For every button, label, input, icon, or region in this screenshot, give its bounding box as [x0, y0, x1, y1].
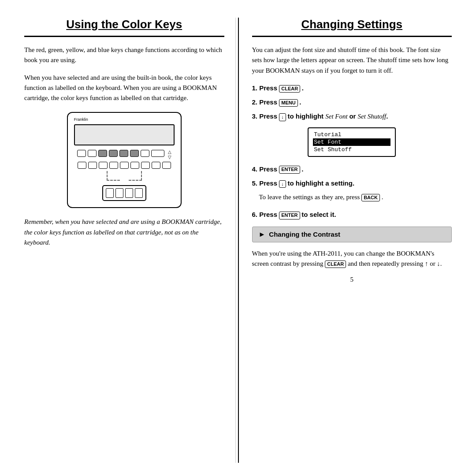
- kb-key: [141, 150, 149, 157]
- contrast-para-text2: and then repeatedly pressing ↑ or ↓.: [348, 260, 442, 267]
- arrow-key-badge-5: ↓: [279, 180, 286, 188]
- left-para2: When you have selected and are using the…: [24, 73, 224, 104]
- menu-item-setshutoff: Set Shutoff: [313, 146, 390, 153]
- dashed-line: [107, 171, 120, 181]
- step-1-suffix: .: [302, 84, 304, 92]
- kb-key: [130, 162, 139, 169]
- cartridge-key: [135, 188, 143, 198]
- kb-key-colored: [119, 150, 128, 157]
- cartridge-key: [106, 188, 114, 198]
- kb-key: [88, 162, 97, 169]
- kb-key: [162, 162, 171, 169]
- kb-key: [109, 162, 118, 169]
- keyboard-illustration: Franklin △ ▽: [67, 112, 182, 208]
- kb-key-colored: [130, 150, 139, 157]
- menu-key-badge: MENU: [279, 99, 298, 107]
- kb-key: [88, 150, 97, 157]
- step-5-text: to highlight a setting.: [287, 179, 354, 187]
- menu-item-setfont: Set Font: [313, 138, 390, 146]
- step-2: 2. Press MENU .: [252, 97, 452, 108]
- kb-cartridge: [102, 185, 146, 201]
- step-3-or: or: [349, 112, 357, 120]
- kb-key: [141, 162, 150, 169]
- contrast-box: ► Changing the Contrast: [252, 227, 452, 242]
- clear-key-badge: CLEAR: [279, 85, 300, 93]
- set-font-text: Set Font: [325, 113, 347, 120]
- contrast-para: When you're using the ATH-2011, you can …: [252, 249, 452, 269]
- right-divider: [252, 36, 452, 37]
- back-key-badge: BACK: [361, 194, 380, 201]
- left-para1: The red, green, yellow, and blue keys ch…: [24, 45, 224, 66]
- dashed-connectors: [74, 171, 175, 181]
- right-column: Changing Settings You can adjust the fon…: [241, 18, 463, 463]
- enter-key-badge-4: ENTER: [279, 166, 300, 173]
- step-6-text: to select it.: [301, 211, 336, 218]
- step-5: 5. Press ↓ to highlight a setting.: [252, 178, 452, 189]
- menu-screen: Tutorial Set Font Set Shutoff: [308, 127, 396, 157]
- kb-key: [99, 162, 108, 169]
- step-2-suffix: .: [299, 98, 301, 106]
- kb-screen: [74, 124, 175, 145]
- dashed-line: [129, 171, 142, 181]
- kb-brand: Franklin: [74, 117, 175, 122]
- page-number: 5: [252, 276, 452, 283]
- back-note-suffix: .: [382, 193, 383, 201]
- left-column: Using the Color Keys The red, green, yel…: [13, 18, 236, 463]
- left-divider: [24, 36, 224, 37]
- step-4: 4. Press ENTER .: [252, 164, 452, 175]
- back-note-text: To leave the settings as they are, press: [259, 193, 362, 201]
- step-1-num: 1. Press: [252, 84, 279, 92]
- step-4-num: 4. Press: [252, 165, 279, 173]
- cartridge-key: [115, 188, 123, 198]
- kb-key: [152, 162, 160, 169]
- kb-key: [77, 150, 86, 157]
- right-intro: You can adjust the font size and shutoff…: [252, 45, 452, 76]
- step-2-num: 2. Press: [252, 98, 279, 106]
- kb-key-colored: [98, 150, 107, 157]
- nav-down-icon: ▽: [168, 155, 171, 160]
- contrast-arrow-icon: ►: [259, 231, 266, 238]
- step-4-suffix: .: [301, 165, 303, 173]
- step-3-period: .: [386, 112, 388, 120]
- kb-key: [78, 162, 86, 169]
- right-title: Changing Settings: [252, 18, 452, 31]
- kb-main-row: [74, 162, 175, 169]
- left-italic-block: Remember, when you have selected and are…: [24, 217, 224, 248]
- step-5-num: 5. Press: [252, 179, 279, 187]
- arrow-key-badge-3: ↓: [279, 113, 286, 121]
- kb-key-wide: [151, 150, 164, 157]
- kb-key-colored: [109, 150, 118, 157]
- set-shutoff-text: Set Shutoff: [358, 113, 387, 120]
- back-note: To leave the settings as they are, press…: [259, 192, 452, 202]
- enter-key-badge-6: ENTER: [279, 212, 300, 219]
- step-3-text: to highlight: [287, 112, 325, 120]
- contrast-title: Changing the Contrast: [269, 231, 340, 238]
- page: Using the Color Keys The red, green, yel…: [0, 0, 476, 476]
- nav-up-icon: △: [168, 150, 171, 154]
- cartridge-key: [125, 188, 133, 198]
- column-divider: [238, 18, 239, 463]
- step-6: 6. Press ENTER to select it.: [252, 209, 452, 220]
- kb-color-row: △ ▽: [74, 150, 175, 160]
- left-title: Using the Color Keys: [24, 18, 224, 31]
- menu-item-tutorial: Tutorial: [313, 131, 390, 138]
- step-6-num: 6. Press: [252, 211, 279, 218]
- kb-cartridge-area: [74, 185, 175, 201]
- step-3-num: 3. Press: [252, 112, 279, 120]
- kb-key: [120, 162, 129, 169]
- step-3: 3. Press ↓ to highlight Set Font or Set …: [252, 111, 452, 122]
- clear-key-badge-contrast: CLEAR: [325, 260, 346, 268]
- step-1: 1. Press CLEAR .: [252, 83, 452, 93]
